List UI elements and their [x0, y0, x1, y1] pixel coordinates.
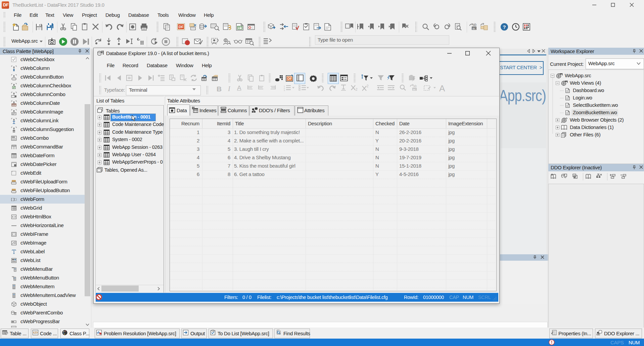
- svg-text:ac: ac: [472, 27, 476, 30]
- svg-text:ac: ac: [413, 88, 416, 91]
- svg-text:2: 2: [367, 84, 369, 88]
- svg-text:DF: DF: [287, 77, 292, 81]
- svg-text:DF: DF: [179, 25, 184, 29]
- svg-text:ab: ab: [473, 23, 477, 27]
- svg-text:ab: ab: [413, 84, 417, 88]
- svg-text:2: 2: [356, 88, 358, 91]
- svg-text:?: ?: [503, 24, 506, 30]
